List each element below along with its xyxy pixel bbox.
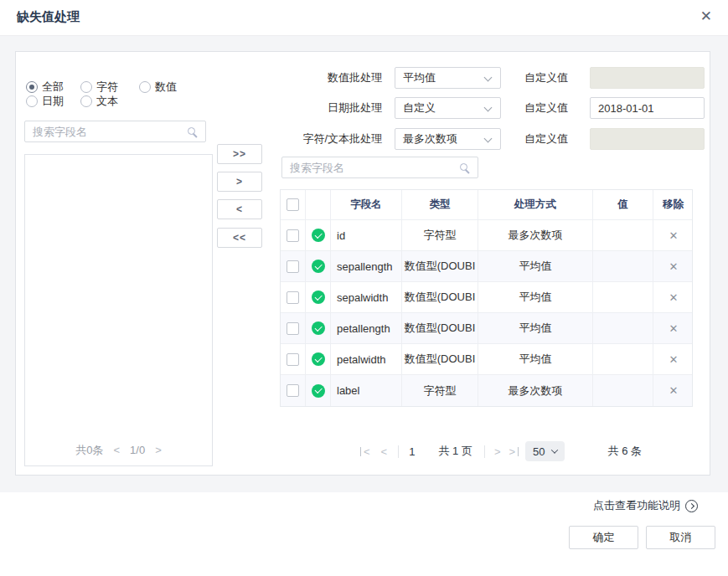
remove-column-header: 移除 xyxy=(663,198,684,212)
row-checkbox[interactable] xyxy=(287,291,299,304)
dialog-footer: 点击查看功能说明 确定 取消 xyxy=(0,492,728,576)
help-link-label: 点击查看功能说明 xyxy=(593,498,680,513)
last-page-icon[interactable]: > xyxy=(509,446,515,457)
chartext-batch-select[interactable]: 最多次数项 xyxy=(395,128,501,150)
value-column-header: 值 xyxy=(593,190,653,219)
left-search-input[interactable] xyxy=(25,121,205,141)
table-row: petalwidth 数值型(DOUBI 平均值 ✕ xyxy=(281,344,692,375)
field-name: sepalwidth xyxy=(331,282,402,312)
prev-page-icon[interactable]: < xyxy=(381,446,388,457)
source-list-pager: 共0条<1/0> xyxy=(25,443,212,458)
status-ok-icon xyxy=(312,229,325,242)
ok-button[interactable]: 确定 xyxy=(569,526,638,549)
page-size-select[interactable]: 50 xyxy=(525,441,564,461)
field-method: 平均值 xyxy=(478,251,593,281)
source-field-list[interactable]: 共0条<1/0> xyxy=(24,154,213,466)
table-row: id 字符型 最多次数项 ✕ xyxy=(281,220,692,251)
remove-row-icon[interactable]: ✕ xyxy=(669,291,679,304)
radio-date[interactable]: 日期 xyxy=(26,95,64,107)
status-column-header xyxy=(306,190,331,219)
source-next-page-icon[interactable]: > xyxy=(155,444,162,456)
search-icon xyxy=(188,127,195,135)
field-name: petalwidth xyxy=(331,344,402,374)
field-type: 数值型(DOUBI xyxy=(402,282,478,312)
field-value xyxy=(593,251,653,281)
status-ok-icon xyxy=(312,260,325,273)
radio-text[interactable]: 文本 xyxy=(80,95,118,107)
field-method: 最多次数项 xyxy=(478,375,593,406)
content-panel: 全部 字符 数值 日期 文本 共0条<1/0> > xyxy=(15,51,710,476)
field-value xyxy=(593,375,653,406)
field-name: label xyxy=(331,375,402,406)
radio-text-icon xyxy=(80,95,92,107)
cancel-button[interactable]: 取消 xyxy=(646,526,715,549)
field-type: 数值型(DOUBI xyxy=(402,313,478,343)
field-method: 平均值 xyxy=(478,344,593,374)
field-value xyxy=(593,313,653,343)
remove-row-icon[interactable]: ✕ xyxy=(669,322,679,335)
page-size-value: 50 xyxy=(533,445,545,458)
chevron-down-icon xyxy=(484,104,493,112)
date-custom-input-wrap xyxy=(590,97,705,119)
chevron-down-icon xyxy=(484,135,493,143)
help-link[interactable]: 点击查看功能说明 xyxy=(593,498,698,513)
move-left-button[interactable]: < xyxy=(217,199,262,219)
date-batch-label: 日期批处理 xyxy=(225,97,382,119)
pagination-divider xyxy=(484,445,485,458)
field-value xyxy=(593,220,653,250)
dialog-title: 缺失值处理 xyxy=(17,9,80,25)
row-checkbox[interactable] xyxy=(287,260,299,273)
remove-row-icon[interactable]: ✕ xyxy=(669,384,679,397)
field-value xyxy=(593,344,653,374)
field-method: 平均值 xyxy=(478,313,593,343)
field-name: sepallength xyxy=(331,251,402,281)
numeric-custom-label: 自定义值 xyxy=(524,67,568,89)
remove-row-icon[interactable]: ✕ xyxy=(669,353,679,366)
numeric-batch-label: 数值批处理 xyxy=(225,67,382,89)
radio-numeric[interactable]: 数值 xyxy=(139,80,177,93)
move-all-left-button[interactable]: << xyxy=(217,228,262,248)
status-ok-icon xyxy=(312,384,325,398)
remove-row-icon[interactable]: ✕ xyxy=(669,229,679,242)
field-type: 数值型(DOUBI xyxy=(402,344,478,374)
numeric-batch-select[interactable]: 平均值 xyxy=(395,67,501,89)
next-page-icon[interactable]: > xyxy=(494,446,501,457)
total-items: 共 6 条 xyxy=(608,444,642,459)
close-icon[interactable]: ✕ xyxy=(700,8,712,26)
row-checkbox[interactable] xyxy=(287,229,299,242)
radio-all[interactable]: 全部 xyxy=(26,80,64,93)
chartext-custom-input xyxy=(590,128,705,150)
dialog-header: 缺失值处理 ✕ xyxy=(0,0,728,35)
radio-all-icon xyxy=(26,81,38,93)
numeric-batch-select-value: 平均值 xyxy=(403,71,436,84)
table-search-input[interactable] xyxy=(282,157,478,177)
select-all-checkbox[interactable] xyxy=(287,198,299,211)
source-prev-page-icon[interactable]: < xyxy=(113,444,120,456)
dialog-body: 全部 字符 数值 日期 文本 共0条<1/0> > xyxy=(0,35,728,492)
row-checkbox[interactable] xyxy=(287,384,299,397)
radio-date-icon xyxy=(26,95,38,107)
method-column-header: 处理方式 xyxy=(478,190,593,219)
row-checkbox[interactable] xyxy=(287,322,299,335)
move-right-button[interactable]: > xyxy=(217,172,262,192)
left-search xyxy=(24,121,206,142)
table-header-row: 字段名 类型 处理方式 值 移除 xyxy=(281,190,692,220)
current-page[interactable]: 1 xyxy=(409,445,415,458)
chartext-batch-label: 字符/文本批处理 xyxy=(225,128,382,150)
chartext-batch-select-value: 最多次数项 xyxy=(403,132,457,145)
total-pages: 共 1 页 xyxy=(438,444,472,459)
field-method: 最多次数项 xyxy=(478,220,593,250)
date-batch-select[interactable]: 自定义 xyxy=(395,97,501,119)
date-custom-input[interactable] xyxy=(590,97,705,119)
radio-char[interactable]: 字符 xyxy=(80,80,118,93)
field-name: id xyxy=(331,220,402,250)
table-row: label 字符型 最多次数项 ✕ xyxy=(281,375,692,406)
first-page-icon[interactable]: < xyxy=(364,446,370,457)
remove-row-icon[interactable]: ✕ xyxy=(669,260,679,273)
table-row: sepallength 数值型(DOUBI 平均值 ✕ xyxy=(281,251,692,282)
row-checkbox[interactable] xyxy=(287,353,299,366)
type-column-header: 类型 xyxy=(402,190,478,219)
radio-text-label: 文本 xyxy=(96,94,118,109)
date-batch-select-value: 自定义 xyxy=(403,101,436,114)
search-icon xyxy=(460,163,467,171)
